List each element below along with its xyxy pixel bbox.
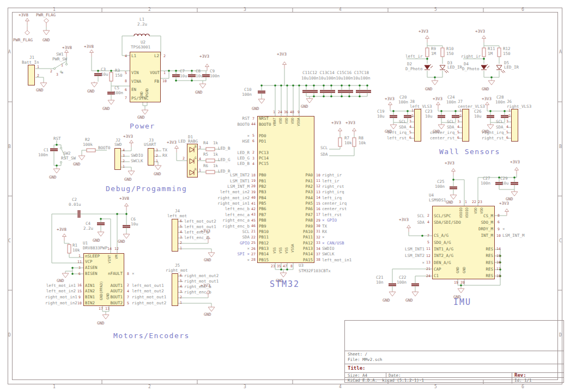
net-label: left_mot_out1 [132, 284, 164, 288]
pin-name: C1 [432, 274, 460, 278]
label: +3V3 [499, 201, 509, 206]
label: U3 [299, 264, 304, 268]
pin-name: RES [475, 254, 495, 258]
pin-name: RES [475, 267, 495, 272]
pin-name: PA4 [296, 196, 314, 200]
label: U1 [83, 241, 88, 246]
ic-tps63001[interactable]: 4 L1 L2 2 5 VIN VOUT 1 [122, 52, 182, 102]
pin-name: PA10 [296, 230, 314, 234]
label: GND [93, 238, 100, 243]
label: LED_IR [447, 65, 462, 70]
pin-number: 45 [250, 219, 257, 223]
led-rabg-body[interactable] [187, 144, 198, 177]
label: 4 [506, 125, 508, 129]
ic-stm32f103[interactable]: RST 7 NRST BOOT0 44 BOOT0 [217, 116, 364, 263]
connector-right-vls3[interactable] [511, 109, 518, 142]
pin-number: 10 [314, 174, 322, 177]
pin-name: FB [150, 79, 161, 84]
label: PWR_FLAG [13, 38, 33, 42]
net-label: SCL [217, 230, 250, 234]
label: Debug/Progamming [106, 185, 187, 192]
label: 3 [457, 120, 459, 124]
pin-row: × 5 PD0 [217, 133, 364, 138]
label: LED_RABG [178, 139, 198, 144]
pin-number: 4 [124, 290, 132, 293]
label: center_VLS3 [458, 105, 485, 109]
label: left_enc_b [184, 236, 209, 240]
label: GND [195, 90, 203, 95]
label: GND [73, 162, 81, 167]
label: +3V8 [57, 228, 66, 232]
label: Motors/Encoders [113, 332, 190, 339]
label: A [8, 50, 11, 54]
connector-left-mot[interactable] [172, 219, 178, 252]
label: C25 [437, 180, 445, 184]
label: G [195, 156, 197, 160]
pin-name: PB7 [257, 213, 276, 217]
connector-swd[interactable] [114, 148, 121, 170]
pin-name: PA1 [296, 179, 314, 183]
label: 10u [180, 74, 187, 78]
pin-row: 5 SDO_A/G [401, 239, 537, 246]
label: +3V3 [482, 97, 492, 101]
pin-number: 14 [314, 196, 322, 200]
label: 100n [113, 91, 123, 95]
label: 5 [180, 225, 182, 229]
connector-center-vls3[interactable] [462, 109, 469, 142]
label: 2 [37, 74, 39, 78]
label: 35 [277, 265, 281, 268]
net-label: × GPIO [322, 218, 337, 223]
label: 1 [508, 109, 511, 113]
net-label: right_ir [322, 173, 342, 177]
label: 100n [435, 185, 445, 189]
label: 5 [457, 131, 459, 134]
pin-number: 2 [250, 151, 257, 155]
pin-row: 7 PS/SYNC [122, 94, 182, 103]
pin-number: 41 [250, 202, 257, 206]
label: VSSA [291, 244, 295, 253]
pin-number: 16 [314, 207, 322, 211]
label: SCL [320, 146, 328, 150]
pin-row: × 13 DEN_A/G RES 16 [401, 259, 537, 266]
label: VDDIO [459, 207, 463, 218]
pin-name: INT2_A/G [432, 254, 460, 258]
pin-number: 25 [250, 241, 257, 245]
pin-name: SDO_A/G [432, 241, 460, 245]
pin-row: LED_B 4 PC15 [217, 161, 364, 167]
label: +3V3 [475, 29, 485, 34]
schematic-canvas[interactable]: 4 L1 L2 2 5 VIN VOUT 1 [0, 0, 570, 392]
pin-number: 44 [250, 122, 257, 126]
connector-left-vls3[interactable] [414, 109, 421, 142]
net-label: right_irq [322, 190, 344, 194]
label: 100n [481, 181, 490, 186]
connector-right-mot[interactable] [172, 273, 178, 306]
pin-name: PB8 [257, 218, 276, 223]
net-label: SWDIO [322, 247, 335, 251]
pin-name: INT_M [475, 234, 495, 238]
connector-usart[interactable] [148, 148, 154, 166]
pin-name: CS_A/G [432, 234, 460, 238]
label: +3V3 [277, 52, 287, 57]
label: 4 [457, 125, 459, 129]
pin-row: 6 EN [122, 85, 182, 94]
connector-batt-in[interactable] [28, 65, 35, 85]
label: 10u [377, 114, 385, 119]
net-label: right_mot_out1 [132, 295, 166, 299]
label: GND [301, 105, 308, 109]
label: 2 [123, 160, 125, 163]
label: GND [456, 267, 460, 273]
pin-name: PB1 [257, 179, 276, 183]
pin-name: VINA [130, 79, 148, 84]
pin-number: 15 [76, 290, 83, 293]
label: C9 [210, 69, 215, 74]
net-label: LED_B [217, 162, 250, 166]
label: 1 [37, 65, 39, 69]
label: right_mot_out2 [184, 274, 219, 278]
label: +3V3 [123, 134, 133, 139]
label: 3 [244, 385, 246, 389]
titleblock-divider [386, 372, 386, 377]
label: VSS [285, 247, 289, 254]
pin-name: RES [475, 247, 495, 252]
net-label: right_mot_in1 [217, 201, 250, 206]
label: 100n [495, 100, 505, 105]
